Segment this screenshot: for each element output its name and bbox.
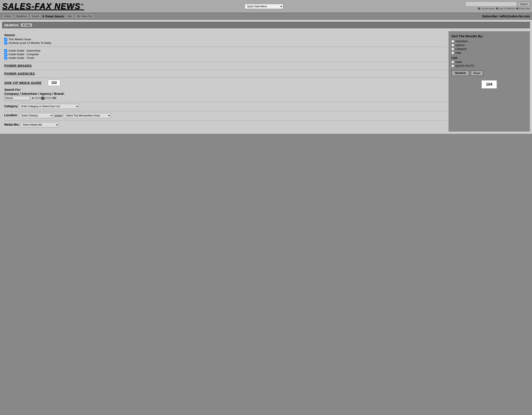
help-button[interactable]: ▼ Help <box>20 23 32 27</box>
location-metro-select[interactable]: Select Top Metropolitan Areas <box>64 113 111 118</box>
radio-dot-12months <box>496 8 498 10</box>
inside-guide-computer-row: Inside Guide - Computer <box>4 53 446 56</box>
source-tab-entire[interactable]: Entire Site <box>516 7 530 10</box>
power-brands-link[interactable]: POWER BRANDS <box>4 64 446 67</box>
subscriber-info: Subscriber: willm@sales-fax.com <box>482 15 530 18</box>
sort-category-label: Category <box>455 47 467 50</box>
archives-label: Archives (Last 12 Months To Date) <box>9 41 51 45</box>
nav-my-sales-fax[interactable]: My Sales-Fax <box>75 14 94 19</box>
search-button[interactable]: SEARCH <box>452 70 469 76</box>
page-number-left: 102 <box>48 80 60 86</box>
left-panel: Source: This Week's Issue Archives (Last… <box>2 31 448 132</box>
page-number-right-container: 104 <box>452 80 527 89</box>
nav-power-search[interactable]: ▼ Power Search <box>42 15 64 18</box>
this-weeks-issue-checkbox[interactable] <box>4 38 7 41</box>
sort-advertiser-label: Advertiser <box>455 40 468 43</box>
company-input[interactable] <box>4 96 30 100</box>
list-quickfacts-label: QUICK-FACTS <box>455 64 474 67</box>
location-row: Location: Select State(s) and/or Select … <box>4 111 446 118</box>
header-search-row: Search <box>444 2 530 6</box>
source-tab-current[interactable]: Current Issue <box>478 7 495 10</box>
media-mix-select[interactable]: Select Media Mix <box>20 122 59 127</box>
this-weeks-issue-row: This Week's Issue <box>4 38 446 41</box>
this-weeks-issue-label: This Week's Issue <box>9 38 31 41</box>
inside-guide-travel-checkbox[interactable] <box>4 57 7 59</box>
company-input-row: ◄ SU <box>4 96 446 100</box>
list-quickfacts-radio[interactable] <box>452 65 454 67</box>
list-index-radio[interactable] <box>452 61 454 63</box>
slider-left-arrow: ◄ <box>31 96 34 100</box>
sort-category-row: Category <box>452 47 527 50</box>
nav-headlines[interactable]: Headlines <box>14 14 29 19</box>
vip-media-link[interactable]: 2006 VIP MEDIA GUIDE <box>4 81 42 85</box>
sort-agency-row: Agency <box>452 43 527 47</box>
category-label: Category: <box>4 104 18 108</box>
nav-home[interactable]: Home <box>2 14 13 19</box>
sort-date-radio[interactable] <box>452 52 454 54</box>
content-area: Source: This Week's Issue Archives (Last… <box>2 31 530 132</box>
list-label: List: <box>452 56 527 59</box>
header-right: Search Current Issue Last 12 Months Enti… <box>444 2 530 11</box>
inside-guide-computer-label: Inside Guide - Computer <box>9 53 39 56</box>
inside-guide-computer-checkbox[interactable] <box>4 53 7 56</box>
company-label: Company / Advertiser / Agency / Brand: <box>4 92 446 95</box>
site-logo: SALES-FAX NEWS™ <box>2 2 84 11</box>
vip-media-row: 2006 VIP MEDIA GUIDE 102 <box>4 80 446 86</box>
slider-thumb[interactable] <box>41 97 44 100</box>
sort-category-radio[interactable] <box>452 48 454 50</box>
radio-dot-entire <box>516 8 518 10</box>
slider-track[interactable] <box>35 97 52 99</box>
media-mix-label: Media Mix: <box>4 123 20 126</box>
list-index-label: Index <box>455 60 462 64</box>
source-tab-12months[interactable]: Last 12 Months <box>496 7 515 10</box>
navbar: Home Headlines Issues ▼ Power Search Hel… <box>0 13 532 20</box>
inside-guide-auto-checkbox[interactable] <box>4 49 7 52</box>
source-tab-entire-label: Entire Site <box>519 7 530 10</box>
sort-title: Sort The Results By: <box>452 34 527 38</box>
inside-guide-auto-label: Inside Guide - Automotive <box>9 49 40 52</box>
inside-guide-auto-row: Inside Guide - Automotive <box>4 49 446 52</box>
header: SALES-FAX NEWS™ Quick Start Menu Search … <box>0 0 532 13</box>
nav-help[interactable]: Help <box>65 14 74 19</box>
radio-dot-current <box>478 8 480 10</box>
header-middle: Quick Start Menu <box>86 2 442 11</box>
source-tab-12months-label: Last 12 Months <box>499 7 515 10</box>
power-agencies-link[interactable]: POWER AGENCIES <box>4 72 446 75</box>
reset-button[interactable]: Reset <box>471 70 483 76</box>
sort-date-row: Date <box>452 51 527 54</box>
logo-text: SALES-FAX NEWS <box>2 2 80 11</box>
header-search-input[interactable] <box>466 2 517 6</box>
source-tabs: Current Issue Last 12 Months Entire Site <box>444 7 530 10</box>
list-quickfacts-row: QUICK-FACTS <box>452 64 527 67</box>
search-for-label: Search For: <box>4 88 446 91</box>
archives-checkbox[interactable] <box>4 41 7 45</box>
nav-issues[interactable]: Issues <box>30 14 41 19</box>
sort-advertiser-row: Advertiser <box>452 40 527 43</box>
slider-area: ◄ SU <box>31 96 56 100</box>
media-mix-row: Media Mix: Select Media Mix <box>4 120 446 127</box>
quick-start-select[interactable]: Quick Start Menu <box>245 4 283 9</box>
subscriber-label: Subscriber: willm@sales-fax.com <box>482 15 530 18</box>
sort-agency-label: Agency <box>455 43 465 47</box>
sort-advertiser-radio[interactable] <box>452 40 454 43</box>
sort-date-label: Date <box>455 51 461 54</box>
source-label: Source: <box>4 33 446 37</box>
action-buttons: SEARCH Reset <box>452 70 527 76</box>
category-select[interactable]: Enter Category or Select from List <box>19 104 79 109</box>
search-title: SEARCH: <box>4 23 19 27</box>
location-label: Location: <box>4 113 18 117</box>
inside-guide-travel-row: Inside Guide - Travel <box>4 56 446 59</box>
sort-agency-radio[interactable] <box>452 44 454 47</box>
logo-area: SALES-FAX NEWS™ <box>2 2 84 11</box>
category-row: Category: Enter Category or Select from … <box>4 102 446 109</box>
list-index-row: Index <box>452 60 527 64</box>
main-wrapper: SEARCH: ▼ Help Source: This Week's Issue… <box>0 20 532 134</box>
search-header-bar: SEARCH: ▼ Help <box>2 22 530 28</box>
location-state-select[interactable]: Select State(s) <box>19 113 53 118</box>
location-inner: Location: Select State(s) and/or Select … <box>4 113 446 118</box>
slider-right-label: SU <box>53 96 56 100</box>
right-panel: Sort The Results By: Advertiser Agency C… <box>448 31 530 132</box>
andlor-text: and/or <box>55 114 63 117</box>
header-search-button[interactable]: Search <box>518 2 530 6</box>
page-number-right: 104 <box>482 80 497 89</box>
